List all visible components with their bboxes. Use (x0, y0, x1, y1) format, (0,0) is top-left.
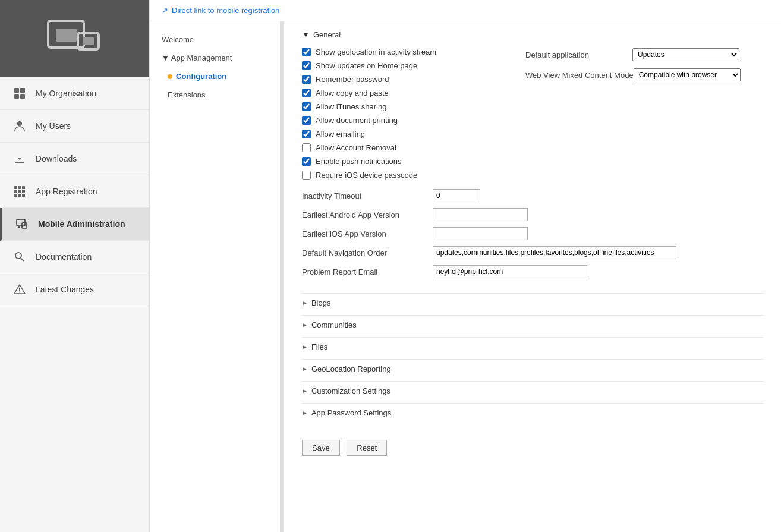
sidebar-item-app-registration[interactable]: App Registration (0, 175, 149, 208)
allow-emailing-checkbox[interactable] (302, 130, 311, 138)
sidebar-item-my-organisation[interactable]: My Organisation (0, 77, 149, 110)
show-geolocation-checkbox[interactable] (302, 48, 311, 56)
checkboxes-column: Show geolocation in activity stream Show… (302, 45, 514, 182)
checkbox-allow-emailing: Allow emailing (302, 127, 514, 141)
active-dot (168, 74, 172, 79)
sidebar-nav: My Organisation My Users Downloads App R… (0, 77, 149, 532)
save-button[interactable]: Save (302, 440, 340, 456)
files-arrow-icon: ► (302, 344, 308, 350)
remember-password-label: Remember password (316, 75, 389, 84)
svg-rect-12 (14, 190, 17, 193)
web-view-mixed-content-row: Web View Mixed Content Mode Compatible w… (525, 68, 763, 81)
communities-section-header[interactable]: ► Communities (302, 315, 763, 334)
form-fields: Inactivity Timeout Earliest Android App … (302, 189, 763, 278)
blogs-arrow-icon: ► (302, 300, 308, 306)
allow-itunes-checkbox[interactable] (302, 102, 311, 111)
sidebar-item-documentation[interactable]: Documentation (0, 241, 149, 273)
sidebar-item-my-users[interactable]: My Users (0, 110, 149, 143)
main-content: ↗ Direct link to mobile registration Wel… (150, 0, 781, 532)
left-nav-app-management: ▼ App Management (150, 49, 280, 67)
warning-icon (12, 282, 27, 297)
left-nav-welcome[interactable]: Welcome (150, 30, 280, 49)
checkbox-require-ios-passcode: Require iOS device passcode (302, 168, 514, 182)
svg-rect-6 (14, 94, 19, 99)
direct-link[interactable]: ↗ Direct link to mobile registration (162, 6, 769, 15)
general-columns: Show geolocation in activity stream Show… (302, 45, 763, 182)
svg-rect-11 (22, 186, 25, 189)
sidebar: My Organisation My Users Downloads App R… (0, 0, 150, 532)
external-link-icon: ↗ (162, 6, 168, 15)
grid-icon (12, 86, 27, 101)
geolocation-arrow-icon: ► (302, 366, 308, 372)
svg-point-8 (17, 121, 22, 126)
problem-report-email-input[interactable] (433, 265, 587, 278)
general-title: ▼ General (302, 30, 763, 39)
blogs-section-header[interactable]: ► Blogs (302, 293, 763, 312)
allow-account-removal-label: Allow Account Removal (316, 143, 396, 152)
svg-rect-13 (18, 190, 21, 193)
app-password-section-header[interactable]: ► App Password Settings (302, 403, 763, 422)
earliest-ios-input[interactable] (433, 227, 528, 240)
svg-rect-3 (83, 37, 94, 45)
sidebar-item-downloads[interactable]: Downloads (0, 143, 149, 175)
svg-rect-4 (14, 88, 19, 93)
problem-report-email-row: Problem Report Email (302, 265, 763, 278)
checkbox-enable-push-notifications: Enable push notifications (302, 155, 514, 168)
monitor-icon (14, 216, 30, 232)
download-icon (12, 151, 27, 166)
inactivity-timeout-input[interactable] (433, 189, 480, 202)
svg-rect-15 (14, 194, 17, 197)
checkbox-allow-account-removal: Allow Account Removal (302, 141, 514, 155)
customization-arrow-icon: ► (302, 388, 308, 394)
apps-icon (12, 184, 27, 199)
earliest-ios-label: Earliest iOS App Version (302, 229, 433, 238)
show-geolocation-label: Show geolocation in activity stream (316, 48, 436, 56)
left-nav: Welcome ▼ App Management Configuration E… (150, 21, 281, 532)
svg-rect-10 (18, 186, 21, 189)
svg-rect-1 (56, 29, 77, 42)
earliest-ios-row: Earliest iOS App Version (302, 227, 763, 240)
svg-rect-17 (22, 194, 25, 197)
left-nav-configuration[interactable]: Configuration (150, 67, 280, 86)
checkbox-remember-password: Remember password (302, 73, 514, 86)
require-ios-passcode-checkbox[interactable] (302, 171, 311, 180)
files-section-header[interactable]: ► Files (302, 337, 763, 356)
default-application-select[interactable]: Updates Files Communities Blogs (632, 48, 739, 61)
earliest-android-row: Earliest Android App Version (302, 208, 763, 221)
checkbox-show-updates: Show updates on Home page (302, 59, 514, 73)
web-view-mixed-content-label: Web View Mixed Content Mode (525, 71, 634, 80)
show-updates-checkbox[interactable] (302, 61, 311, 70)
allow-copy-paste-label: Allow copy and paste (316, 89, 389, 97)
geolocation-section-header[interactable]: ► GeoLocation Reporting (302, 359, 763, 378)
svg-point-21 (19, 292, 20, 293)
reset-button[interactable]: Reset (347, 440, 387, 456)
right-fields-column: Default application Updates Files Commun… (525, 45, 763, 182)
default-navigation-input[interactable] (433, 246, 676, 259)
bottom-actions: Save Reset (302, 434, 763, 456)
sidebar-item-label: My Organisation (36, 89, 96, 98)
left-nav-extensions[interactable]: Extensions (150, 86, 280, 104)
allow-account-removal-checkbox[interactable] (302, 143, 311, 152)
sidebar-item-label: Downloads (36, 154, 77, 163)
allow-document-printing-label: Allow document printing (316, 116, 398, 125)
checkbox-allow-document-printing: Allow document printing (302, 114, 514, 127)
svg-rect-7 (20, 94, 25, 99)
enable-push-notifications-checkbox[interactable] (302, 157, 311, 166)
enable-push-notifications-label: Enable push notifications (316, 157, 402, 166)
remember-password-checkbox[interactable] (302, 75, 311, 84)
allow-copy-paste-checkbox[interactable] (302, 89, 311, 97)
sidebar-item-label: Documentation (36, 252, 92, 262)
checkbox-allow-copy-paste: Allow copy and paste (302, 86, 514, 100)
web-view-mixed-content-select[interactable]: Compatible with browser Always allow Nev… (634, 68, 741, 81)
sidebar-item-latest-changes[interactable]: Latest Changes (0, 273, 149, 306)
communities-arrow-icon: ► (302, 322, 308, 328)
svg-rect-5 (20, 88, 25, 93)
allow-document-printing-checkbox[interactable] (302, 116, 311, 125)
inactivity-timeout-label: Inactivity Timeout (302, 191, 433, 200)
svg-rect-14 (22, 190, 25, 193)
svg-rect-16 (18, 194, 21, 197)
person-icon (12, 118, 27, 134)
sidebar-item-mobile-administration[interactable]: Mobile Administration (0, 208, 149, 241)
earliest-android-input[interactable] (433, 208, 528, 221)
customization-section-header[interactable]: ► Customization Settings (302, 381, 763, 400)
